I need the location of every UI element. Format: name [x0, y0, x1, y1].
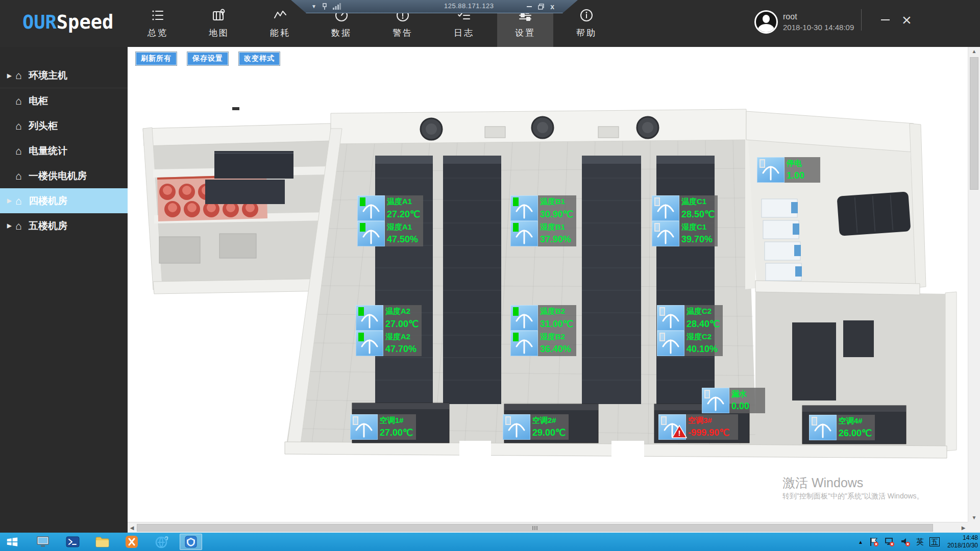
home-icon: ⌂: [15, 220, 29, 232]
rdp-minimize-icon[interactable]: [527, 6, 532, 7]
sensor-widget-ac3-alarm[interactable]: ! 空调3# -999.90℃: [658, 414, 738, 440]
ac-gauge-icon: [350, 414, 378, 440]
ups-cabinet: [214, 151, 293, 179]
home-icon: ⌂: [15, 145, 29, 157]
humidity-gauge-icon: [356, 331, 383, 356]
scroll-up-arrow[interactable]: ▲: [968, 47, 980, 56]
sensor-widget-a2[interactable]: 温度A2 27.00℃ 湿度A2 47.70%: [356, 305, 422, 356]
sensor-widget-a1[interactable]: 温度A1 27.20℃ 湿度A1 47.50%: [357, 195, 423, 246]
sensor-widget-ac1[interactable]: 空调1# 27.00℃: [350, 414, 416, 440]
folder-button[interactable]: [91, 534, 113, 550]
volume-muted-icon[interactable]: [900, 537, 911, 547]
rdp-close-icon[interactable]: x: [550, 3, 554, 11]
home-icon: ⌂: [15, 170, 29, 182]
scroll-down-arrow[interactable]: ▼: [968, 513, 980, 522]
sidebar-item-floor5-server-room[interactable]: ▶ ⌂ 五楼机房: [0, 213, 128, 238]
close-button[interactable]: ×: [902, 12, 912, 28]
scrollbar-corner: [968, 522, 980, 533]
scroll-left-arrow[interactable]: ◀: [128, 522, 136, 533]
sensor-widget-c1[interactable]: 温度C1 28.50℃ 湿度C1 39.70%: [652, 195, 718, 246]
horizontal-scroll-thumb[interactable]: [137, 524, 933, 532]
clock-date: 2018/10/30: [947, 542, 978, 549]
humidity-gauge-icon: [357, 221, 385, 246]
ourspeed-app-icon: [184, 535, 198, 548]
windows-activation-subtitle: 转到"控制面板"中的"系统"以激活 Windows。: [782, 492, 924, 501]
powershell-icon: [66, 536, 80, 548]
rdp-restore-icon[interactable]: [538, 4, 544, 10]
overview-list-icon: [151, 8, 165, 22]
powershell-button[interactable]: [61, 534, 84, 550]
divider: [861, 9, 862, 31]
tab-overview[interactable]: 总览: [130, 0, 186, 47]
xampp-button[interactable]: [120, 534, 143, 550]
sensor-widget-ac2[interactable]: 空调2# 29.00℃: [503, 414, 569, 440]
storage-cabinet: [792, 322, 836, 400]
logo-part-blue: OUR: [22, 11, 57, 33]
sidebar-nav: ▶ ⌂ 环境主机 ⌂ 电柜 ⌂ 列头柜 ⌂ 电量统计 ⌂ 一楼供电机房 ▶ ⌂ …: [0, 47, 128, 533]
tray-expand-icon[interactable]: ▲: [858, 539, 863, 545]
window-controls: ×: [861, 9, 912, 31]
minimize-button[interactable]: [881, 19, 890, 20]
sensor-widget-ac4[interactable]: 空调4# 26.00℃: [809, 415, 875, 440]
logo-part-white: Speed: [57, 11, 113, 33]
taskbar-clock[interactable]: 14:48 2018/10/30: [947, 534, 978, 549]
help-info-icon: [579, 8, 594, 22]
action-center-flag-icon[interactable]: [869, 537, 879, 547]
network-status-icon[interactable]: [885, 537, 895, 547]
sensor-widget-water-leak[interactable]: 漏水 0.00: [702, 388, 765, 413]
horizontal-scrollbar[interactable]: ◀ ▶: [128, 522, 968, 533]
leak-gauge-icon: [702, 388, 729, 413]
login-datetime: 2018-10-30 14:48:09: [783, 23, 854, 32]
sidebar-item-floor4-server-room[interactable]: ▶ ⌂ 四楼机房: [0, 188, 128, 213]
sensor-widget-c2[interactable]: 温度C2 28.40℃ 湿度C2 40.10%: [657, 305, 723, 356]
file-explorer-icon: [36, 536, 50, 548]
sidebar-item-row-head-cabinet[interactable]: ⌂ 列头柜: [0, 113, 128, 138]
ime-indicator[interactable]: 五: [929, 537, 940, 546]
tab-map[interactable]: 地图: [191, 0, 247, 47]
temperature-gauge-icon: [510, 195, 538, 221]
vertical-scrollbar[interactable]: ▲ ▼: [968, 47, 980, 522]
sensor-widget-b2[interactable]: 温度B2 31.00℃ 湿度B2 36.40%: [510, 305, 576, 356]
rdp-connection-bar: ▼ 125.88.171.123 x: [291, 0, 578, 13]
folder-icon: [95, 536, 109, 547]
sensor-widget-power-outage[interactable]: 停电 1.00: [757, 157, 820, 183]
sidebar-item-env-host[interactable]: ▶ ⌂ 环境主机: [0, 63, 128, 88]
map-icon: [212, 8, 226, 22]
warning-triangle-icon: !: [672, 424, 687, 439]
sidebar-item-energy-stats[interactable]: ⌂ 电量统计: [0, 138, 128, 163]
windows-logo-icon: [6, 535, 19, 548]
scroll-right-arrow[interactable]: ▶: [959, 522, 968, 533]
file-explorer-button[interactable]: [32, 534, 54, 550]
sofa: [837, 191, 911, 236]
temperature-gauge-icon: [356, 305, 383, 331]
internet-explorer-button[interactable]: [150, 534, 173, 550]
home-icon: ⌂: [15, 69, 29, 82]
temperature-gauge-icon: [510, 305, 538, 331]
transformer-room: [143, 123, 331, 294]
xampp-icon: [125, 535, 138, 548]
app-logo: OURSpeed: [22, 11, 113, 33]
humidity-gauge-icon: [657, 331, 684, 356]
vertical-scroll-thumb[interactable]: [970, 57, 978, 190]
chevron-down-icon[interactable]: ▼: [311, 4, 316, 9]
user-info[interactable]: root 2018-10-30 14:48:09: [754, 10, 854, 34]
humidity-gauge-icon: [510, 221, 538, 246]
energy-trend-icon: [273, 8, 287, 22]
temperature-gauge-icon: [657, 305, 684, 331]
language-indicator[interactable]: 英: [916, 537, 924, 547]
user-name: root: [783, 12, 854, 21]
sidebar-item-floor1-power-room[interactable]: ⌂ 一楼供电机房: [0, 163, 128, 188]
start-button[interactable]: [0, 533, 24, 551]
office-room: [746, 111, 926, 295]
ac-gauge-icon: [503, 414, 530, 440]
humidity-gauge-icon: [510, 331, 538, 356]
sidebar-item-power-cabinet[interactable]: ⌂ 电柜: [0, 88, 128, 113]
system-tray: ▲ 英 五 14:48 2018/10/30: [858, 533, 978, 551]
home-icon: ⌂: [15, 120, 29, 132]
ourspeed-app-button[interactable]: [180, 534, 202, 550]
avatar: [754, 10, 778, 34]
sensor-widget-b1[interactable]: 温度B1 30.90℃ 湿度B1 37.90%: [510, 195, 576, 246]
pin-icon[interactable]: [322, 3, 328, 10]
temperature-gauge-icon: [357, 195, 385, 221]
rdp-address: 125.88.171.123: [444, 2, 494, 10]
